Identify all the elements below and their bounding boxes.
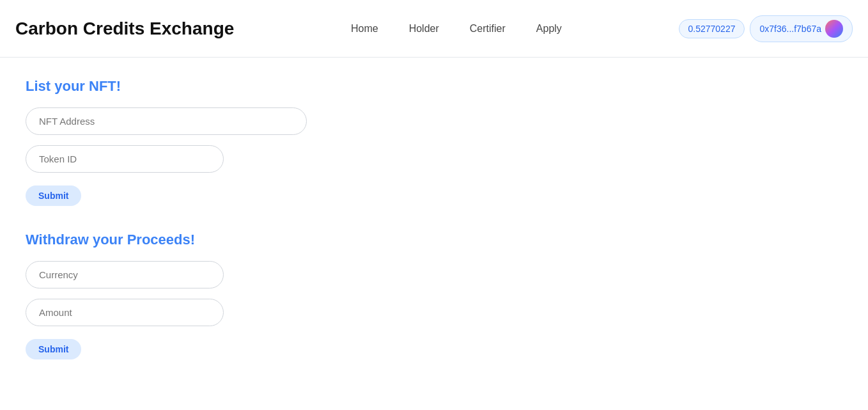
nft-address-input[interactable] (26, 107, 307, 135)
amount-input[interactable] (26, 299, 224, 326)
withdraw-proceeds-title: Withdraw your Proceeds! (26, 232, 842, 248)
main-content: List your NFT! Submit Withdraw your Proc… (0, 58, 868, 406)
amount-group (26, 299, 842, 326)
wallet-address-text: 0x7f36...f7b67a (759, 24, 821, 34)
nav-apply[interactable]: Apply (536, 23, 562, 35)
list-nft-section: List your NFT! Submit (26, 78, 842, 206)
wallet-address-display[interactable]: 0x7f36...f7b67a (750, 15, 853, 42)
list-nft-submit-button[interactable]: Submit (26, 185, 81, 206)
withdraw-proceeds-section: Withdraw your Proceeds! Submit (26, 232, 842, 359)
main-nav: Home Holder Certifier Apply (351, 23, 562, 35)
currency-input[interactable] (26, 261, 224, 288)
app-header: Carbon Credits Exchange Home Holder Cert… (0, 0, 868, 58)
nft-address-group (26, 107, 842, 135)
header-right: 0.52770227 0x7f36...f7b67a (679, 15, 853, 42)
list-nft-title: List your NFT! (26, 78, 842, 95)
token-id-input[interactable] (26, 145, 224, 173)
nav-certifier[interactable]: Certifier (470, 23, 506, 35)
balance-display: 0.52770227 (679, 19, 745, 38)
user-avatar-icon (825, 20, 843, 38)
header-left: Carbon Credits Exchange (15, 19, 234, 39)
app-title: Carbon Credits Exchange (15, 19, 234, 39)
nav-holder[interactable]: Holder (409, 23, 439, 35)
nav-home[interactable]: Home (351, 23, 378, 35)
currency-group (26, 261, 842, 288)
token-id-group (26, 145, 842, 173)
withdraw-submit-button[interactable]: Submit (26, 339, 81, 359)
